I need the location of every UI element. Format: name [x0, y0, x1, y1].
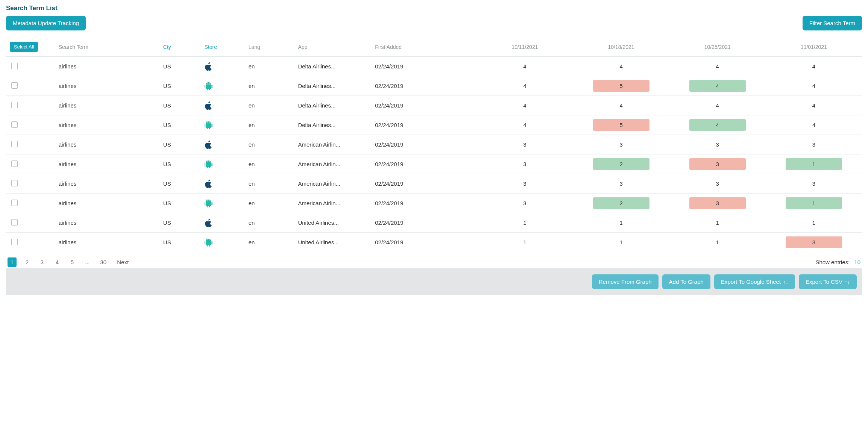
row-checkbox[interactable] — [11, 239, 18, 245]
col-search-term[interactable]: Search Term — [56, 37, 160, 57]
svg-rect-23 — [205, 241, 205, 245]
rank-value: 4 — [812, 102, 815, 109]
cell-search-term: airlines — [56, 115, 160, 135]
cell-first-added: 02/24/2019 — [372, 96, 476, 115]
col-store[interactable]: Store — [202, 37, 246, 57]
cell-first-added: 02/24/2019 — [372, 174, 476, 194]
cell-rank: 4 — [476, 57, 573, 76]
col-app[interactable]: App — [295, 37, 372, 57]
sort-icon: ↑↓ — [845, 279, 850, 285]
page-next[interactable]: Next — [115, 257, 131, 267]
remove-from-graph-button[interactable]: Remove From Graph — [592, 274, 659, 289]
table-row: airlinesUSenUnited Airlines...02/24/2019… — [6, 233, 862, 252]
cell-app: American Airlin... — [295, 135, 372, 154]
col-date-1[interactable]: 10/18/2021 — [573, 37, 669, 57]
cell-app: Delta Airlines... — [295, 115, 372, 135]
cell-first-added: 02/24/2019 — [372, 213, 476, 233]
col-first-added[interactable]: First Added — [372, 37, 476, 57]
cell-rank: 5 — [573, 115, 669, 135]
cell-first-added: 02/24/2019 — [372, 135, 476, 154]
cell-app: United Airlines... — [295, 213, 372, 233]
svg-rect-24 — [211, 241, 212, 245]
page-5[interactable]: 5 — [68, 257, 77, 267]
cell-rank: 4 — [766, 57, 862, 76]
row-checkbox[interactable] — [11, 219, 18, 226]
cell-cty: US — [160, 174, 202, 194]
row-checkbox[interactable] — [11, 180, 18, 186]
android-icon — [205, 199, 213, 208]
rank-value: 1 — [786, 158, 842, 170]
cell-store — [202, 57, 246, 76]
show-entries-value[interactable]: 10 — [854, 259, 860, 265]
row-checkbox[interactable] — [11, 82, 18, 89]
row-checkbox[interactable] — [11, 141, 18, 147]
svg-rect-2 — [209, 88, 210, 90]
filter-search-term-button[interactable]: Filter Search Term — [803, 16, 862, 30]
page-4[interactable]: 4 — [53, 257, 62, 267]
rank-value: 4 — [689, 80, 746, 92]
rank-value: 4 — [812, 63, 815, 70]
svg-rect-12 — [209, 167, 210, 168]
cell-rank: 3 — [476, 194, 573, 213]
android-icon — [205, 160, 213, 169]
metadata-tracking-button[interactable]: Metadata Update Tracking — [6, 16, 86, 30]
select-all-button[interactable]: Select All — [10, 42, 38, 52]
cell-store — [202, 115, 246, 135]
rank-value: 1 — [523, 220, 526, 226]
android-icon — [205, 238, 213, 247]
svg-rect-7 — [209, 127, 210, 129]
cell-store — [202, 154, 246, 174]
cell-rank: 4 — [669, 96, 766, 115]
rank-value: 4 — [619, 102, 622, 109]
row-checkbox[interactable] — [11, 63, 18, 69]
cell-first-added: 02/24/2019 — [372, 115, 476, 135]
cell-cty: US — [160, 115, 202, 135]
cell-rank: 1 — [573, 213, 669, 233]
export-csv-button[interactable]: Export To CSV ↑↓ — [799, 274, 857, 289]
cell-cty: US — [160, 135, 202, 154]
cell-rank: 5 — [573, 76, 669, 96]
svg-rect-4 — [211, 85, 212, 88]
export-google-sheet-label: Export To Google Sheet — [721, 279, 781, 285]
col-cty[interactable]: Cty — [160, 37, 202, 57]
cell-cty: US — [160, 233, 202, 252]
page-1[interactable]: 1 — [8, 257, 17, 267]
row-checkbox[interactable] — [11, 102, 18, 108]
cell-search-term: airlines — [56, 174, 160, 194]
col-date-0[interactable]: 10/11/2021 — [476, 37, 573, 57]
svg-rect-19 — [211, 202, 212, 206]
page-2[interactable]: 2 — [23, 257, 32, 267]
col-lang[interactable]: Lang — [246, 37, 295, 57]
rank-value: 3 — [619, 180, 622, 187]
rank-value: 5 — [593, 119, 649, 131]
svg-rect-5 — [205, 124, 211, 128]
svg-rect-20 — [205, 241, 211, 245]
row-checkbox[interactable] — [11, 121, 18, 128]
table-row: airlinesUSenAmerican Airlin...02/24/2019… — [6, 174, 862, 194]
rank-value: 3 — [716, 141, 719, 148]
page-30[interactable]: 30 — [98, 257, 109, 267]
col-date-2[interactable]: 10/25/2021 — [669, 37, 766, 57]
row-checkbox[interactable] — [11, 200, 18, 206]
table-row: airlinesUSenAmerican Airlin...02/24/2019… — [6, 154, 862, 174]
svg-rect-1 — [206, 88, 208, 90]
col-date-3[interactable]: 11/01/2021 — [766, 37, 862, 57]
svg-rect-16 — [206, 206, 208, 207]
cell-lang: en — [246, 135, 295, 154]
apple-icon — [205, 218, 213, 227]
cell-search-term: airlines — [56, 233, 160, 252]
cell-app: Delta Airlines... — [295, 96, 372, 115]
cell-store — [202, 174, 246, 194]
cell-store — [202, 194, 246, 213]
show-entries-label: Show entries: — [815, 259, 850, 265]
export-google-sheet-button[interactable]: Export To Google Sheet ↑↓ — [714, 274, 795, 289]
rank-value: 3 — [812, 180, 815, 187]
page-3[interactable]: 3 — [38, 257, 47, 267]
add-to-graph-button[interactable]: Add To Graph — [662, 274, 710, 289]
row-checkbox[interactable] — [11, 160, 18, 167]
show-entries: Show entries: 10 — [815, 259, 860, 265]
svg-rect-22 — [209, 245, 210, 247]
rank-value: 4 — [619, 63, 622, 70]
cell-cty: US — [160, 154, 202, 174]
rank-value: 4 — [812, 83, 815, 89]
